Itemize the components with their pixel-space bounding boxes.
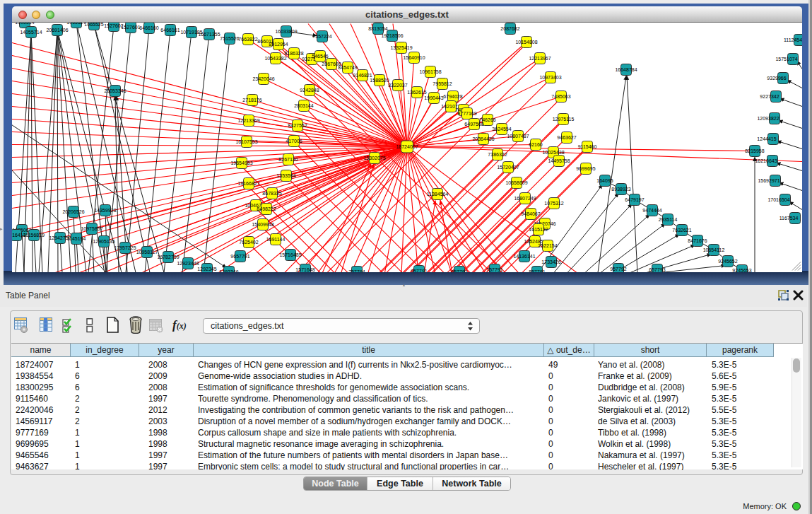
svg-text:16782759: 16782759: [157, 255, 179, 259]
svg-text:8912954: 8912954: [269, 42, 288, 47]
svg-text:23420046: 23420046: [252, 76, 274, 81]
svg-text:15751074: 15751074: [775, 57, 797, 62]
svg-text:7663822: 7663822: [238, 37, 257, 42]
svg-text:1075312: 1075312: [544, 201, 563, 206]
svg-text:7515526: 7515526: [220, 36, 239, 41]
svg-text:20364436: 20364436: [472, 136, 494, 141]
svg-text:957791: 957791: [411, 269, 427, 272]
svg-text:10154808: 10154808: [515, 40, 537, 45]
svg-text:657793: 657793: [649, 267, 665, 272]
svg-text:2718176: 2718176: [242, 98, 261, 103]
svg-text:12905135: 12905135: [93, 239, 114, 244]
svg-text:2935114: 2935114: [659, 217, 678, 222]
svg-text:12213369: 12213369: [237, 118, 259, 123]
svg-text:10961758: 10961758: [419, 69, 441, 74]
svg-text:1167534: 1167534: [779, 216, 799, 221]
svg-text:11384564: 11384564: [427, 192, 449, 197]
svg-text:62160: 62160: [529, 142, 543, 147]
svg-text:7632621: 7632621: [672, 228, 691, 233]
svg-text:6794028: 6794028: [443, 94, 462, 99]
svg-text:14495758: 14495758: [548, 158, 570, 163]
svg-text:12213967: 12213967: [529, 56, 551, 61]
svg-text:9484067: 9484067: [521, 211, 540, 216]
svg-text:9146821: 9146821: [353, 73, 372, 78]
svg-text:1527601: 1527601: [121, 25, 140, 30]
svg-text:7386322: 7386322: [488, 152, 507, 157]
svg-text:8454749: 8454749: [338, 65, 357, 70]
svg-text:15692971: 15692971: [758, 178, 779, 183]
svg-text:2522154: 2522154: [538, 243, 557, 248]
svg-text:9227342: 9227342: [760, 94, 779, 99]
svg-text:1588520: 1588520: [370, 78, 389, 83]
svg-text:10958117: 10958117: [136, 250, 158, 255]
svg-text:10654112: 10654112: [703, 247, 725, 252]
svg-text:8215958: 8215958: [745, 148, 764, 153]
svg-text:2803144: 2803144: [294, 103, 313, 108]
svg-text:13325419: 13325419: [390, 45, 412, 50]
svg-text:9777169: 9777169: [457, 111, 476, 116]
svg-text:16807249: 16807249: [514, 196, 536, 201]
svg-text:20206526: 20206526: [62, 209, 84, 214]
svg-text:10973403: 10973403: [539, 75, 561, 80]
svg-text:6466161: 6466161: [160, 28, 180, 33]
svg-text:8427552: 8427552: [288, 123, 307, 128]
svg-text:12923448: 12923448: [177, 261, 199, 266]
svg-text:10658609: 10658609: [505, 180, 527, 185]
svg-text:8498222: 8498222: [257, 206, 276, 211]
svg-text:657791: 657791: [451, 269, 467, 272]
svg-text:164095: 164095: [596, 178, 613, 183]
svg-text:20691406: 20691406: [46, 28, 68, 33]
svg-text:1112454: 1112454: [784, 37, 802, 42]
svg-text:9115460: 9115460: [578, 144, 597, 149]
svg-text:1362615: 1362615: [407, 90, 426, 95]
svg-text:2087682: 2087682: [500, 26, 519, 31]
svg-text:10025438: 10025438: [542, 150, 564, 155]
svg-text:1065527: 1065527: [66, 23, 86, 25]
svg-text:16648784: 16648784: [615, 67, 637, 72]
svg-text:6466160: 6466160: [139, 25, 158, 30]
svg-text:9657791: 9657791: [230, 254, 249, 259]
svg-text:9329966: 9329966: [767, 76, 786, 81]
svg-text:1615132: 1615132: [529, 227, 548, 232]
svg-text:14055714: 14055714: [20, 30, 42, 35]
svg-text:8267130: 8267130: [278, 157, 298, 162]
svg-text:14359928: 14359928: [94, 208, 116, 213]
svg-text:757794: 757794: [348, 269, 365, 272]
svg-text:1691144: 1691144: [266, 237, 286, 242]
svg-text:1292346: 1292346: [219, 269, 238, 272]
svg-text:7485063: 7485063: [551, 94, 570, 99]
svg-text:15302075: 15302075: [363, 156, 385, 160]
svg-text:1353594: 1353594: [276, 173, 295, 178]
svg-text:8678335: 8678335: [262, 191, 281, 196]
svg-text:19654983: 19654983: [230, 160, 252, 165]
svg-text:15716485: 15716485: [279, 252, 301, 257]
svg-text:957792: 957792: [610, 267, 626, 271]
svg-text:546546: 546546: [312, 54, 328, 59]
svg-text:8322037: 8322037: [388, 83, 407, 88]
svg-text:7625402: 7625402: [239, 240, 258, 245]
svg-text:7357224: 7357224: [312, 34, 331, 39]
svg-text:17016504: 17016504: [767, 197, 789, 202]
svg-text:15720407: 15720407: [497, 165, 519, 170]
svg-text:7955812: 7955812: [433, 81, 452, 86]
svg-text:18724007: 18724007: [396, 144, 418, 149]
svg-text:9245652: 9245652: [718, 259, 737, 264]
svg-text:11156819: 11156819: [23, 233, 45, 238]
svg-text:16107553: 16107553: [235, 139, 257, 144]
svg-text:857791: 857791: [529, 269, 545, 272]
svg-text:16033809: 16033809: [275, 29, 297, 34]
svg-text:8186328: 8186328: [284, 51, 303, 56]
svg-text:1065525: 1065525: [84, 23, 103, 27]
svg-text:1733426: 1733426: [541, 259, 560, 264]
svg-text:19166827: 19166827: [237, 181, 259, 186]
svg-text:10807487: 10807487: [507, 134, 529, 139]
svg-text:8471676: 8471676: [688, 238, 707, 243]
svg-text:9242848: 9242848: [300, 88, 319, 93]
svg-text:15409948: 15409948: [252, 222, 273, 227]
svg-text:20053346: 20053346: [104, 88, 126, 93]
svg-text:8938923: 8938923: [611, 187, 630, 192]
svg-text:8813054: 8813054: [368, 26, 387, 31]
svg-text:16671355: 16671355: [198, 32, 220, 37]
svg-text:9474444: 9474444: [642, 208, 661, 213]
svg-text:1905514: 1905514: [15, 23, 34, 25]
